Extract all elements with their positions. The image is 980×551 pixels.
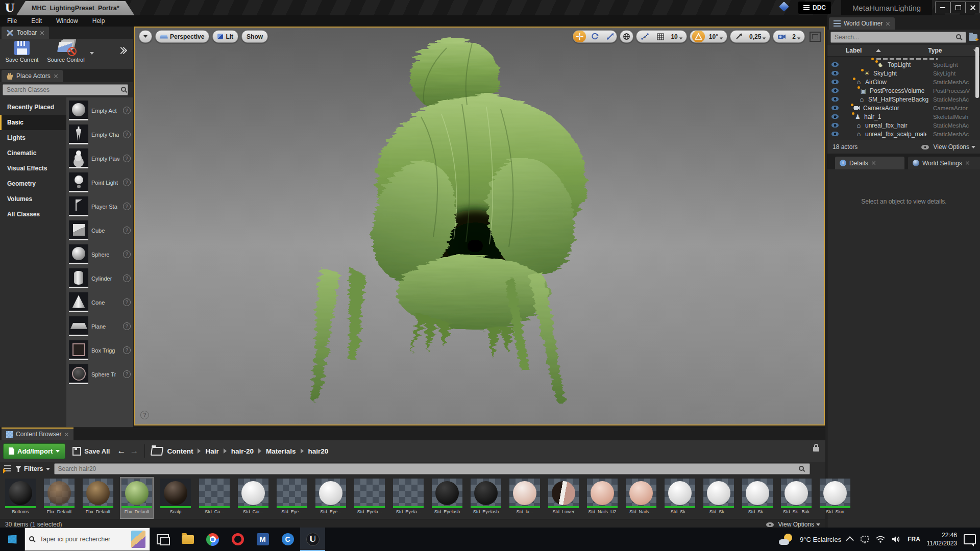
navigate-forward-button[interactable]: → [130, 446, 138, 456]
outliner-actor-row[interactable]: hair_1 SkeletalMesh [827, 112, 980, 121]
cb-view-options-button[interactable]: View Options [766, 521, 820, 528]
category-item[interactable]: Volumes [0, 191, 66, 207]
asset-tile[interactable]: Std_Eye... [314, 478, 347, 518]
placeable-actor-row[interactable]: Plane [66, 314, 133, 338]
toolbar-expand-button[interactable] [118, 46, 129, 56]
outliner-actor-row[interactable]: SkyLight SkyLight [827, 69, 980, 78]
add-import-button[interactable]: Add/Import [3, 443, 65, 459]
weather-text[interactable]: 9°C Eclaircies [800, 536, 841, 543]
world-outliner-tab[interactable]: World Outliner [829, 17, 895, 30]
visibility-eye-icon[interactable] [831, 132, 839, 136]
viewport-options-button[interactable] [139, 30, 152, 43]
category-item[interactable]: Geometry [0, 176, 66, 191]
start-button[interactable] [0, 528, 24, 551]
surface-snap-button[interactable] [639, 31, 651, 42]
asset-tile[interactable]: Std_Eye... [276, 478, 308, 518]
asset-tile[interactable]: Std_Sk... [664, 478, 696, 518]
outliner-actor-row[interactable]: SM_HalfSphereBackg StaticMeshAc [827, 95, 980, 104]
outliner-view-options-button[interactable]: View Options [921, 143, 975, 151]
help-question-icon[interactable] [123, 346, 131, 354]
asset-tile[interactable]: Std_Co... [198, 478, 231, 518]
help-question-icon[interactable] [123, 274, 131, 282]
m-app-button[interactable]: M [250, 528, 275, 551]
asset-tile[interactable]: Fbx_Default [43, 478, 76, 518]
placeable-actor-row[interactable]: Cube [66, 218, 133, 242]
close-icon[interactable] [965, 161, 970, 165]
placeable-actor-row[interactable]: Sphere Tr [66, 362, 133, 386]
outliner-actor-row[interactable]: CameraActor CameraActor [827, 104, 980, 112]
asset-tile[interactable]: Std_Nails... [625, 478, 657, 518]
sources-panel-icon[interactable] [4, 465, 11, 472]
navigate-back-button[interactable]: ← [117, 446, 126, 456]
clock[interactable]: 22:46 11/02/2023 [927, 531, 957, 547]
placeable-actor-row[interactable]: Empty Act [66, 98, 133, 122]
place-actors-tab[interactable]: Place Actors [2, 70, 63, 82]
category-item[interactable]: Recently Placed [0, 99, 66, 115]
category-item[interactable]: Basic [0, 115, 66, 130]
camera-speed-value[interactable]: 2 [791, 33, 802, 40]
help-question-icon[interactable] [123, 155, 131, 162]
search-classes-input[interactable] [3, 84, 128, 95]
visibility-eye-icon[interactable] [831, 71, 839, 76]
visibility-eye-icon[interactable] [831, 106, 839, 110]
taskbar-search[interactable] [24, 528, 150, 551]
rotate-tool-button[interactable] [589, 31, 601, 42]
help-question-icon[interactable] [123, 322, 131, 330]
outliner-actor-row[interactable]: TopLight SpotLight [827, 60, 980, 69]
visibility-eye-icon[interactable] [831, 62, 839, 67]
camera-speed-button[interactable] [775, 31, 788, 42]
outliner-actor-row[interactable]: PostProcessVolume PostProcessV [827, 86, 980, 95]
world-settings-tab[interactable]: World Settings [908, 157, 980, 169]
asset-tile[interactable]: Std_Eyelash [470, 478, 502, 518]
scale-snap-value[interactable]: 0,25 [748, 33, 768, 40]
help-question-icon[interactable] [123, 251, 131, 258]
tablet-icon[interactable] [860, 535, 869, 543]
asset-search-input[interactable] [54, 463, 810, 474]
asset-tile[interactable]: Scalp [159, 478, 192, 518]
toolbar-tab[interactable]: Toolbar [2, 27, 49, 39]
source-control-button[interactable]: Source Control [44, 41, 88, 63]
outliner-actor-row[interactable]: unreal_fbx_hair StaticMeshAc [827, 121, 980, 130]
move-t ool-button[interactable] [573, 31, 586, 42]
visibility-eye-icon[interactable] [831, 88, 839, 93]
placeable-actor-row[interactable]: Sphere [66, 242, 133, 266]
asset-tile[interactable]: Std_Lower [547, 478, 580, 518]
close-icon[interactable] [40, 31, 44, 35]
task-view-button[interactable] [150, 528, 175, 551]
asset-tile[interactable]: Fbx_Default [82, 478, 114, 518]
scale-tool-button[interactable] [604, 31, 617, 42]
details-tab[interactable]: Details [835, 157, 904, 169]
lit-mode-button[interactable]: Lit [212, 30, 238, 43]
save-all-button[interactable]: Save All [69, 447, 113, 456]
source-control-caret-icon[interactable] [90, 52, 94, 55]
breadcrumb-item[interactable]: hair20 [301, 447, 329, 455]
asset-tile[interactable]: Std_Sk...Bak [780, 478, 813, 518]
placeable-actor-row[interactable]: Point Light [66, 170, 133, 194]
menu-item[interactable]: Help [85, 15, 112, 27]
category-item[interactable]: Visual Effects [0, 161, 66, 176]
outliner-scrollbar[interactable] [975, 47, 979, 98]
show-button[interactable]: Show [241, 30, 268, 43]
placeable-actor-row[interactable]: Cylinder [66, 266, 133, 290]
help-question-icon[interactable] [123, 298, 131, 306]
asset-tile[interactable]: Std_Eyela... [353, 478, 386, 518]
wifi-icon[interactable] [876, 536, 885, 543]
label-column-header[interactable]: Label [846, 47, 862, 54]
placeable-actor-row[interactable]: Cone [66, 290, 133, 314]
minimize-button[interactable] [935, 2, 950, 13]
breadcrumb-item[interactable]: Content [167, 447, 193, 455]
asset-tile[interactable]: Std_Nails_U2 [586, 478, 619, 518]
asset-tile[interactable]: Std_Sk... [741, 478, 774, 518]
world-space-button[interactable] [620, 31, 633, 42]
outliner-actor-row[interactable]: unreal_fbx_scalp_male StaticMeshAc [827, 130, 980, 138]
angle-snap-button[interactable] [692, 31, 705, 42]
asset-tile[interactable]: Std_Eyelash [431, 478, 463, 518]
3d-viewport[interactable]: Perspective Lit Show [134, 27, 825, 425]
grid-snap-button[interactable] [654, 31, 667, 42]
placeable-actor-row[interactable]: Empty Cha [66, 122, 133, 146]
category-item[interactable]: Cinematic [0, 145, 66, 161]
file-explorer-button[interactable] [175, 528, 200, 551]
help-question-icon[interactable] [123, 203, 131, 210]
help-question-icon[interactable] [123, 131, 131, 138]
visibility-eye-icon[interactable] [831, 97, 839, 102]
